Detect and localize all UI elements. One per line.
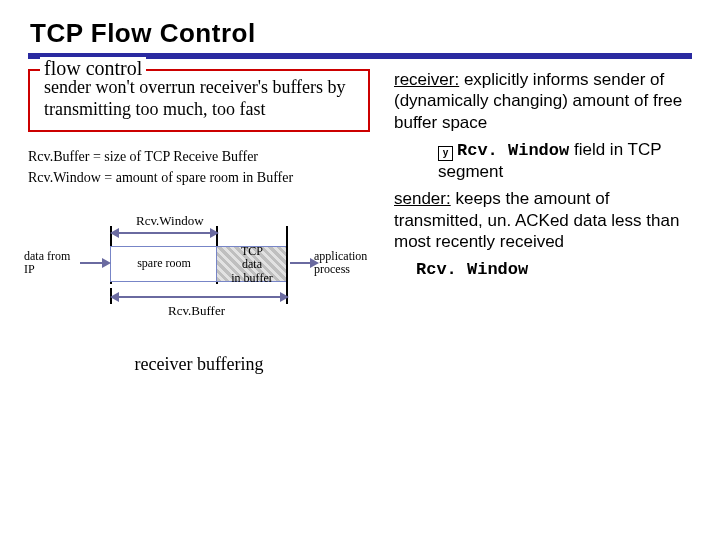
arrow-rcvbuffer — [116, 296, 284, 298]
arrowhead-icon — [280, 292, 289, 302]
label-data: TCP data in buffer — [217, 245, 287, 285]
label-spare: spare room — [111, 257, 217, 270]
buffer-diagram: Rcv.Window spare room TCP data in buffer… — [28, 196, 368, 344]
rcvwindow-code-2: Rcv. Window — [416, 260, 528, 279]
definitions: Rcv.Buffer = size of TCP Receive Buffer … — [28, 146, 370, 188]
label-application-process: application process — [314, 250, 374, 276]
sender-sub: Rcv. Window — [394, 258, 692, 280]
sender-label: sender: — [394, 189, 451, 208]
flow-control-box: flow control sender won't overrun receiv… — [28, 69, 370, 132]
label-data-from-ip: data from IP — [24, 250, 84, 276]
arrowhead-icon — [102, 258, 111, 268]
arrowhead-icon — [110, 292, 119, 302]
arrowhead-icon — [210, 228, 219, 238]
label-rcvbuffer: Rcv.Buffer — [168, 304, 225, 318]
def-rcvwindow: Rcv.Window = amount of spare room in Buf… — [28, 167, 370, 188]
sender-para: sender: keeps the amount of transmitted,… — [394, 188, 692, 252]
y-bullet-icon: y — [438, 146, 453, 161]
arrowhead-icon — [110, 228, 119, 238]
box-tcp-data: TCP data in buffer — [216, 246, 288, 282]
rcvwindow-code: Rcv. Window — [457, 141, 569, 160]
flow-control-body: sender won't overrun receiver's buffers … — [44, 77, 354, 120]
receiver-para: receiver: explicitly informs sender of (… — [394, 69, 692, 133]
flow-control-legend: flow control — [40, 57, 146, 80]
def-rcvbuffer: Rcv.Buffer = size of TCP Receive Buffer — [28, 146, 370, 167]
receiver-sub: yRcv. Window field in TCP segment — [394, 139, 692, 183]
diagram-caption: receiver buffering — [28, 354, 370, 375]
arrow-rcvwindow — [116, 232, 214, 234]
label-rcvwindow: Rcv.Window — [136, 214, 204, 228]
receiver-label: receiver: — [394, 70, 459, 89]
box-spare-room: spare room — [110, 246, 218, 282]
slide-title: TCP Flow Control — [30, 18, 692, 49]
